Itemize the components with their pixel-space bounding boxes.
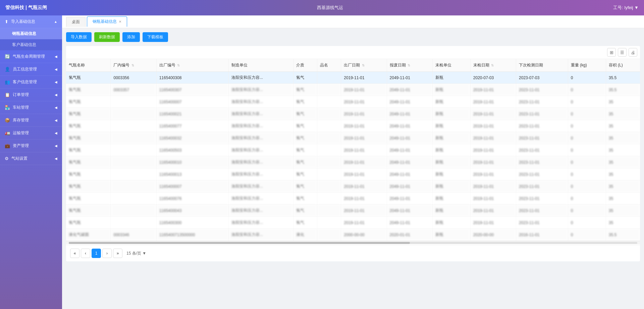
- table-cell: 2049-11-01: [387, 193, 432, 205]
- sort-last-inspect-date-icon[interactable]: ⇅: [491, 63, 494, 67]
- page-first-button[interactable]: «: [70, 249, 79, 258]
- table-row[interactable]: 氢气瓶1165400007洛阳安和压力容...氢气2019-11-012049-…: [66, 181, 640, 193]
- scroll-thumb[interactable]: [69, 242, 410, 244]
- table-cell: 2049-11-01: [387, 205, 432, 217]
- refresh-button[interactable]: 刷新数据: [94, 32, 120, 42]
- table-row[interactable]: 氢气瓶1165400007洛阳安和压力容...氢气2019-11-012049-…: [66, 96, 640, 108]
- table-row[interactable]: 氢气瓶1165400021洛阳安和压力容...氢气2019-11-012049-…: [66, 108, 640, 120]
- list-view-icon[interactable]: ☰: [618, 48, 627, 57]
- sidebar-item-inventory[interactable]: 📦 库存管理 ◀: [0, 114, 62, 127]
- table-cell: [111, 120, 156, 132]
- table-row[interactable]: 氢气瓶1165400010洛阳安和压力容...氢气2019-11-012049-…: [66, 156, 640, 168]
- col-next-inspect-date: 下次检测日期: [516, 59, 568, 72]
- table-cell: [111, 193, 156, 205]
- sidebar-item-employee[interactable]: 👤 员工信息管理 ◀: [0, 63, 62, 76]
- table-cell: 新瓶: [432, 181, 470, 193]
- sort-factory-code-icon[interactable]: ⇅: [177, 63, 180, 67]
- add-button[interactable]: 添加: [122, 32, 140, 42]
- table-cell: 1165400308: [156, 72, 228, 84]
- table-cell: 新瓶: [432, 217, 470, 229]
- sort-factory-date-icon[interactable]: ⇅: [362, 63, 365, 67]
- download-button[interactable]: 下载模板: [143, 32, 168, 42]
- tab-close-icon[interactable]: ✕: [119, 20, 121, 23]
- table-row[interactable]: 氢气瓶00033571165400307洛阳安和压力容...氢气2019-11-…: [66, 84, 640, 96]
- employee-icon: 👤: [5, 67, 10, 72]
- col-factory-no[interactable]: 厂内编号 ⇅: [111, 59, 156, 72]
- page-last-button[interactable]: »: [113, 249, 122, 258]
- chevron-right-icon: ◀: [55, 55, 57, 58]
- page-prev-button[interactable]: ‹: [81, 249, 90, 258]
- col-weight: 重量 (kg): [568, 59, 606, 72]
- col-factory-date[interactable]: 出厂日期 ⇅: [341, 59, 387, 72]
- table-cell: 0: [568, 217, 606, 229]
- page-next-button[interactable]: ›: [102, 249, 112, 258]
- sidebar-sub-item-customer-info[interactable]: 客户基础信息: [0, 39, 62, 50]
- col-scrap-date[interactable]: 报废日期 ⇅: [387, 59, 432, 72]
- table-row[interactable]: 氢气瓶1165400013洛阳安和压力容...氢气2019-11-012049-…: [66, 168, 640, 181]
- sidebar-item-gas-station[interactable]: ⚙ 气站设置 ◀: [0, 152, 62, 165]
- data-table: 气瓶名称 厂内编号 ⇅ 出厂编号 ⇅ 制造单位 介质 品名 出厂日期 ⇅ 报废日…: [66, 59, 640, 241]
- table-row[interactable]: 氢气瓶1165400300洛阳安和压力容...氢气2019-11-012049-…: [66, 217, 640, 229]
- table-cell: 新瓶: [432, 205, 470, 217]
- table-cell: [111, 217, 156, 229]
- table-row[interactable]: 氢气瓶1165400077洛阳安和压力容...氢气2019-11-012049-…: [66, 120, 640, 132]
- table-cell: 0: [568, 156, 606, 168]
- tab-label: 钢瓶基础信息: [93, 19, 117, 24]
- page-total[interactable]: 15 条/页 ▼: [126, 251, 146, 256]
- table-row[interactable]: 氢气瓶1165400043洛阳安和压力容...氢气2019-11-012049-…: [66, 205, 640, 217]
- import-button[interactable]: 导入数据: [66, 32, 92, 42]
- sidebar-item-lifecycle[interactable]: 🔄 气瓶生命周期管理 ◀: [0, 50, 62, 63]
- tab-cylinder-info[interactable]: 钢瓶基础信息 ✕: [87, 16, 127, 27]
- table-row[interactable]: 氢气瓶00033561165400308洛阳安和压力容...氢气2019-11-…: [66, 72, 640, 84]
- transport-icon: 🚛: [5, 131, 10, 136]
- col-name: 气瓶名称: [66, 59, 111, 72]
- col-last-inspect-date[interactable]: 末检日期 ⇅: [470, 59, 516, 72]
- chevron-up-icon: ▲: [54, 20, 57, 23]
- scroll-bar[interactable]: [66, 241, 640, 244]
- table-cell: 2020-00-00: [470, 229, 516, 241]
- table-cell: 2019-11-01: [341, 181, 387, 193]
- sidebar-sub-label: 钢瓶基础信息: [12, 31, 36, 36]
- table-cell: 2019-11-01: [341, 168, 387, 181]
- table-cell: 2019-11-01: [341, 132, 387, 144]
- sidebar-sub-item-cylinder-basic[interactable]: 钢瓶基础信息: [0, 28, 62, 39]
- print-icon[interactable]: 🖨: [629, 48, 637, 57]
- table-cell: 2023-11-01: [516, 217, 568, 229]
- lifecycle-icon: 🔄: [5, 54, 10, 59]
- table-cell: [317, 217, 341, 229]
- col-factory-code[interactable]: 出厂编号 ⇅: [156, 59, 228, 72]
- table-row[interactable]: 氢气瓶1165400076洛阳安和压力容...氢气2019-11-012049-…: [66, 193, 640, 205]
- table-cell: 洛阳安和压力容...: [228, 168, 293, 181]
- main-content: 桌面 钢瓶基础信息 ✕ 导入数据 刷新数据 添加 下载模板 ⊞ ☰: [62, 15, 644, 309]
- sidebar-item-import-basic[interactable]: ⬆ 导入基础信息 ▲: [0, 15, 62, 28]
- table-row[interactable]: 氢气瓶1165400032洛阳安和压力容...氢气2019-11-012049-…: [66, 132, 640, 144]
- sort-scrap-date-icon[interactable]: ⇅: [408, 63, 410, 67]
- sidebar-item-transport[interactable]: 🚛 运输管理 ◀: [0, 127, 62, 140]
- sidebar-item-asset[interactable]: 💼 资产管理 ◀: [0, 140, 62, 152]
- sidebar-item-order[interactable]: 📋 订单管理 ◀: [0, 89, 62, 101]
- table-cell: 2023-11-01: [516, 205, 568, 217]
- table-row[interactable]: 氢气瓶1165400503洛阳安和压力容...氢气2019-11-012049-…: [66, 144, 640, 156]
- table-cell: 2019-11-01: [341, 217, 387, 229]
- table-cell: [317, 193, 341, 205]
- table-cell: 洛阳安和压力容...: [228, 217, 293, 229]
- table-cell: 0: [568, 181, 606, 193]
- table-cell: 1165400043: [156, 205, 228, 217]
- tab-desktop[interactable]: 桌面: [66, 17, 86, 27]
- table-row[interactable]: 液化气罐圆00033461165400713500000洛阳安和压力容...液化…: [66, 229, 640, 241]
- table-cell: 2019-11-01: [470, 193, 516, 205]
- table-cell: 0: [568, 84, 606, 96]
- table-cell: 新瓶: [432, 132, 470, 144]
- table-cell: 2019-11-01: [341, 96, 387, 108]
- sidebar: ⬆ 导入基础信息 ▲ 钢瓶基础信息 客户基础信息 🔄 气瓶生命周期管理 ◀ 👤 …: [0, 15, 62, 309]
- page-1-button[interactable]: 1: [92, 249, 101, 258]
- table-cell: [111, 156, 156, 168]
- sort-factory-no-icon[interactable]: ⇅: [131, 63, 134, 67]
- header-user[interactable]: 工号: lyfeij ▼: [613, 5, 639, 11]
- tabs-bar: 桌面 钢瓶基础信息 ✕: [62, 15, 644, 28]
- grid-view-icon[interactable]: ⊞: [607, 48, 616, 57]
- sidebar-item-customer-mgmt[interactable]: 👥 客户信息管理 ◀: [0, 76, 62, 89]
- sidebar-item-station[interactable]: 🏪 车站管理 ◀: [0, 101, 62, 114]
- table-cell: 氢气瓶: [66, 144, 111, 156]
- table-cell: [317, 108, 341, 120]
